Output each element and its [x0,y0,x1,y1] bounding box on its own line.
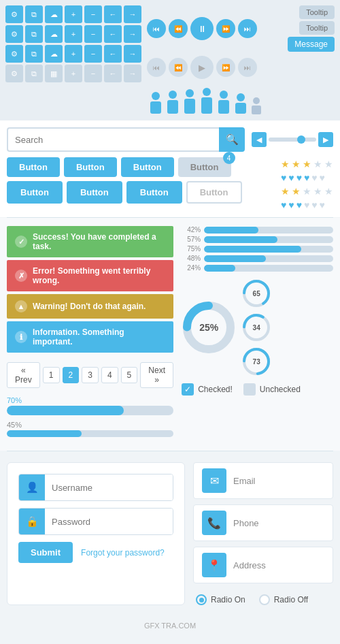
cloud-icon[interactable]: ☁ [45,5,63,23]
password-input[interactable] [45,509,173,534]
bar-row-2: 57% [182,236,333,243]
arrow-right-icon[interactable]: → [124,5,141,23]
media-rewind-btn[interactable]: ⏪ [169,19,188,38]
heart-5[interactable]: ♥ [311,172,317,183]
button-outline-3[interactable]: Button [126,181,182,204]
arrow-left-icon[interactable]: ← [104,25,122,43]
heart-r2-5[interactable]: ♥ [311,199,317,210]
gear-icon[interactable]: ⚙ [5,45,23,63]
svg-point-8 [220,91,228,99]
progress-track-2[interactable] [7,430,173,437]
arrow-left-icon[interactable]: ← [104,45,122,63]
star-r2-4[interactable]: ★ [313,186,322,197]
username-input[interactable] [45,474,173,500]
heart-1[interactable]: ♥ [281,172,286,183]
star-r2-1[interactable]: ★ [281,186,290,197]
copy-icon[interactable]: ⧉ [25,5,43,23]
media-forward-btn-inactive[interactable]: ⏩ [216,58,235,77]
button-outline-2[interactable]: Button [67,181,122,204]
arrow-right-icon[interactable]: → [124,45,141,63]
star-3[interactable]: ★ [303,159,311,170]
heart-2[interactable]: ♥ [288,172,294,183]
plus-icon[interactable]: + [65,65,82,82]
media-pause-btn[interactable]: ⏸ [190,17,214,40]
phone-label: Phone [233,518,259,528]
volume-icon[interactable]: ◀ [252,132,267,147]
media-skip-fwd-btn[interactable]: ⏭ [238,19,257,38]
heart-r2-1[interactable]: ♥ [281,199,286,210]
image-icon[interactable]: ▦ [45,65,63,82]
copy-icon[interactable]: ⧉ [25,65,43,82]
page-4-btn[interactable]: 4 [101,367,118,383]
media-play-btn[interactable]: ▶ [190,56,214,79]
forgot-password-link[interactable]: Forgot your password? [81,548,165,558]
search-button[interactable]: 🔍 [219,127,245,152]
page-3-btn[interactable]: 3 [82,367,99,383]
button-2[interactable]: Button [64,157,117,177]
star-1[interactable]: ★ [281,159,290,170]
plus-icon[interactable]: + [65,25,82,43]
heart-4[interactable]: ♥ [304,172,309,183]
copy-icon[interactable]: ⧉ [25,25,43,43]
volume-icon2[interactable]: ▶ [318,132,333,147]
arrow-left-icon[interactable]: ← [104,5,122,23]
star-2[interactable]: ★ [292,159,301,170]
arrow-left-icon[interactable]: ← [104,65,122,82]
star-r2-5[interactable]: ★ [324,186,333,197]
plus-icon[interactable]: + [65,45,82,63]
lock-icon: 🔒 [19,509,45,534]
star-5[interactable]: ★ [324,159,333,170]
media-forward-btn[interactable]: ⏩ [216,19,235,38]
volume-knob[interactable] [297,135,305,144]
radio-on-item[interactable]: Radio On [196,594,245,605]
page-1-btn[interactable]: 1 [43,367,60,383]
alert-warning: ▲ Warning! Don't do that again. [7,294,173,319]
heart-r2-3[interactable]: ♥ [296,199,302,210]
arrow-right-icon[interactable]: → [124,65,141,82]
gear-icon[interactable]: ⚙ [5,65,23,82]
button-3[interactable]: Button [121,157,174,177]
gear-icon[interactable]: ⚙ [5,5,23,23]
minus-icon[interactable]: − [84,25,102,43]
heart-r2-2[interactable]: ♥ [288,199,294,210]
checkbox-checked-icon[interactable]: ✓ [182,383,194,396]
radio-off-item[interactable]: Radio Off [259,594,308,605]
plus-icon[interactable]: + [65,5,82,23]
star-r2-2[interactable]: ★ [292,186,301,197]
prev-page-btn[interactable]: « Prev [7,362,40,388]
volume-bar[interactable] [269,138,316,142]
button-outline-4[interactable]: Button [186,181,242,204]
button-outline-1[interactable]: Button [7,181,63,204]
page-5-btn[interactable]: 5 [121,367,138,383]
heart-r2-4[interactable]: ♥ [304,199,309,210]
media-skip-back-btn-inactive[interactable]: ⏮ [147,58,166,77]
minus-icon[interactable]: − [84,5,102,23]
page-2-btn[interactable]: 2 [63,367,80,383]
minus-icon[interactable]: − [84,45,102,63]
media-skip-back-btn[interactable]: ⏮ [147,19,166,38]
button-1[interactable]: Button [7,157,60,177]
progress-track-1[interactable] [7,406,173,415]
radio-on-indicator[interactable] [196,594,207,605]
cloud-icon[interactable]: ☁ [45,45,63,63]
star-4[interactable]: ★ [313,159,322,170]
checkbox-checked-item[interactable]: ✓ Checked! [182,383,233,396]
media-skip-fwd-btn-inactive[interactable]: ⏭ [238,58,257,77]
next-page-btn[interactable]: Next » [140,362,173,388]
arrow-right-icon[interactable]: → [124,25,141,43]
radio-on-label: Radio On [211,595,245,605]
cloud-icon[interactable]: ☁ [45,25,63,43]
search-input[interactable] [7,127,219,152]
radio-off-indicator[interactable] [259,594,270,605]
heart-3[interactable]: ♥ [296,172,302,183]
star-r2-3[interactable]: ★ [303,186,311,197]
checkbox-unchecked-icon[interactable] [243,383,256,396]
heart-6[interactable]: ♥ [320,172,325,183]
media-rewind-btn-inactive[interactable]: ⏪ [169,58,188,77]
submit-button[interactable]: Submit [18,542,73,563]
gear-icon[interactable]: ⚙ [5,25,23,43]
copy-icon[interactable]: ⧉ [25,45,43,63]
heart-r2-6[interactable]: ♥ [320,199,325,210]
minus-icon[interactable]: − [84,65,102,82]
checkbox-unchecked-item[interactable]: Unchecked [243,383,301,396]
